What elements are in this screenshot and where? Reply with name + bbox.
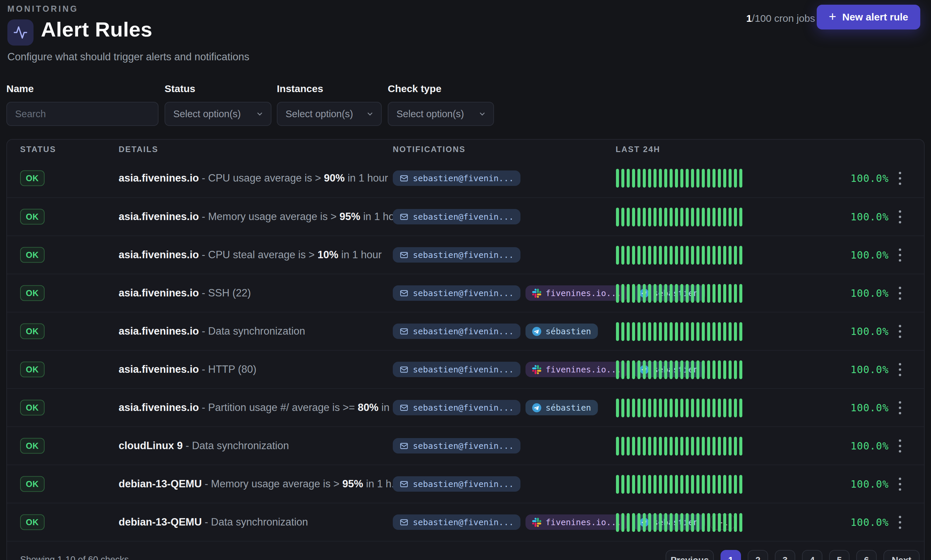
cron-jobs-total: /100 cron jobs — [752, 13, 815, 24]
table-row[interactable]: OKasia.fivenines.io - CPU usage average … — [7, 159, 924, 197]
check-type-select[interactable]: Select option(s) — [388, 102, 494, 126]
notifications-cell: sebastien@fivenin...sébastien — [393, 323, 598, 339]
envelope-icon — [399, 518, 408, 527]
notifications-cell: sebastien@fivenin... — [393, 209, 521, 225]
status-badge: OK — [20, 209, 45, 225]
telegram-icon — [532, 327, 541, 336]
pagination-page-2[interactable]: 2 — [748, 550, 768, 560]
slack-icon — [532, 365, 541, 374]
table-row[interactable]: OKcloudLinux 9 - Data synchronizationseb… — [7, 426, 924, 465]
kebab-menu-icon[interactable] — [894, 359, 906, 380]
chevron-down-icon — [255, 109, 264, 118]
table-row[interactable]: OKdebian-13-QEMU - Data synchronizations… — [7, 503, 924, 541]
notification-badge-email: sebastien@fivenin... — [393, 400, 521, 415]
envelope-icon — [399, 212, 408, 222]
alert-rule-details: asia.fivenines.io - CPU usage average is… — [119, 172, 388, 184]
notification-badge-slack: fivenines.io... — [526, 362, 628, 377]
notification-badge-telegram: sébastien — [526, 323, 598, 339]
kebab-menu-icon[interactable] — [894, 168, 906, 188]
table-row[interactable]: OKdebian-13-QEMU - Memory usage average … — [7, 465, 924, 503]
status-cell: OK — [20, 209, 45, 225]
notification-badge-email: sebastien@fivenin... — [393, 476, 521, 492]
notification-badge-email: sebastien@fivenin... — [393, 209, 521, 225]
search-input[interactable] — [6, 102, 159, 126]
alert-rule-details: asia.fivenines.io - Partition usage #/ a… — [119, 402, 401, 414]
last-24h-sparkline — [616, 437, 742, 455]
notifications-cell: sebastien@fivenin... — [393, 247, 521, 263]
filter-label-status: Status — [165, 83, 271, 94]
instances-select[interactable]: Select option(s) — [277, 102, 382, 126]
slack-icon — [532, 289, 541, 298]
envelope-icon — [399, 327, 408, 336]
notifications-cell: sebastien@fivenin... — [393, 438, 521, 454]
last-24h-sparkline — [616, 322, 742, 341]
status-badge: OK — [20, 247, 45, 263]
kebab-menu-icon[interactable] — [894, 321, 906, 341]
filter-label-instances: Instances — [277, 83, 382, 94]
plus-icon: + — [829, 10, 836, 23]
pagination-page-1[interactable]: 1 — [721, 550, 741, 560]
notification-badge-email: sebastien@fivenin... — [393, 247, 521, 263]
envelope-icon — [399, 480, 408, 489]
column-header-status: STATUS — [20, 145, 56, 154]
status-badge: OK — [20, 171, 45, 186]
pagination-previous-button[interactable]: Previous — [666, 550, 714, 560]
last-24h-sparkline — [616, 246, 742, 265]
notification-badge-email: sebastien@fivenin... — [393, 285, 521, 301]
cron-jobs-usage: 1/100 cron jobs — [746, 13, 815, 24]
kebab-menu-icon[interactable] — [894, 474, 906, 494]
pagination-page-3[interactable]: 3 — [775, 550, 795, 560]
kebab-menu-icon[interactable] — [894, 398, 906, 418]
page-title: Alert Rules — [41, 17, 153, 41]
last-24h-sparkline — [616, 169, 742, 188]
status-badge: OK — [20, 514, 45, 530]
column-header-details: DETAILS — [119, 145, 158, 154]
uptime-percentage: 100.0% — [788, 364, 889, 375]
kebab-menu-icon[interactable] — [894, 283, 906, 303]
filter-label-check-type: Check type — [388, 83, 494, 94]
alert-rule-details: debian-13-QEMU - Data synchronization — [119, 516, 308, 528]
notification-badge-email: sebastien@fivenin... — [393, 171, 521, 186]
status-cell: OK — [20, 476, 45, 492]
kebab-menu-icon[interactable] — [894, 207, 906, 227]
last-24h-sparkline — [616, 398, 742, 417]
table-row[interactable]: OKasia.fivenines.io - CPU steal average … — [7, 235, 924, 274]
uptime-percentage: 100.0% — [788, 249, 889, 261]
table-row[interactable]: OKasia.fivenines.io - SSH (22)sebastien@… — [7, 274, 924, 312]
alert-rule-details: asia.fivenines.io - Data synchronization — [119, 325, 305, 337]
kebab-menu-icon[interactable] — [894, 512, 906, 532]
new-alert-rule-button[interactable]: + New alert rule — [817, 5, 920, 29]
status-select-value: Select option(s) — [173, 109, 241, 120]
status-cell: OK — [20, 514, 45, 530]
notification-badge-email: sebastien@fivenin... — [393, 362, 521, 377]
uptime-percentage: 100.0% — [788, 517, 889, 528]
last-24h-sparkline — [616, 208, 742, 226]
activity-icon — [8, 19, 34, 46]
new-alert-rule-label: New alert rule — [842, 11, 908, 23]
showing-count-label: Showing 1-10 of 60 checks — [20, 555, 129, 560]
notifications-cell: sebastien@fivenin... — [393, 476, 521, 492]
table-row[interactable]: OKasia.fivenines.io - Data synchronizati… — [7, 312, 924, 350]
breadcrumb-monitoring: MONITORING — [8, 4, 79, 14]
last-24h-sparkline — [616, 513, 742, 532]
kebab-menu-icon[interactable] — [894, 245, 906, 265]
envelope-icon — [399, 442, 408, 451]
alert-rules-table: STATUS DETAILS NOTIFICATIONS LAST 24H OK… — [6, 139, 925, 560]
pagination-page-4[interactable]: 4 — [802, 550, 822, 560]
pagination-page-6[interactable]: 6 — [856, 550, 877, 560]
pagination-page-5[interactable]: 5 — [829, 550, 849, 560]
kebab-menu-icon[interactable] — [894, 436, 906, 456]
alert-rule-details: cloudLinux 9 - Data synchronization — [119, 440, 289, 452]
status-select[interactable]: Select option(s) — [165, 102, 271, 126]
alert-rule-details: debian-13-QEMU - Memory usage average is… — [119, 478, 400, 490]
notification-badge-email: sebastien@fivenin... — [393, 514, 521, 530]
notifications-cell: sebastien@fivenin... — [393, 171, 521, 186]
status-cell: OK — [20, 438, 45, 454]
table-row[interactable]: OKasia.fivenines.io - HTTP (80)sebastien… — [7, 350, 924, 388]
status-badge: OK — [20, 285, 45, 301]
status-cell: OK — [20, 285, 45, 301]
table-row[interactable]: OKasia.fivenines.io - Memory usage avera… — [7, 197, 924, 235]
table-row[interactable]: OKasia.fivenines.io - Partition usage #/… — [7, 388, 924, 426]
uptime-percentage: 100.0% — [788, 326, 889, 337]
pagination-next-button[interactable]: Next — [883, 550, 920, 560]
